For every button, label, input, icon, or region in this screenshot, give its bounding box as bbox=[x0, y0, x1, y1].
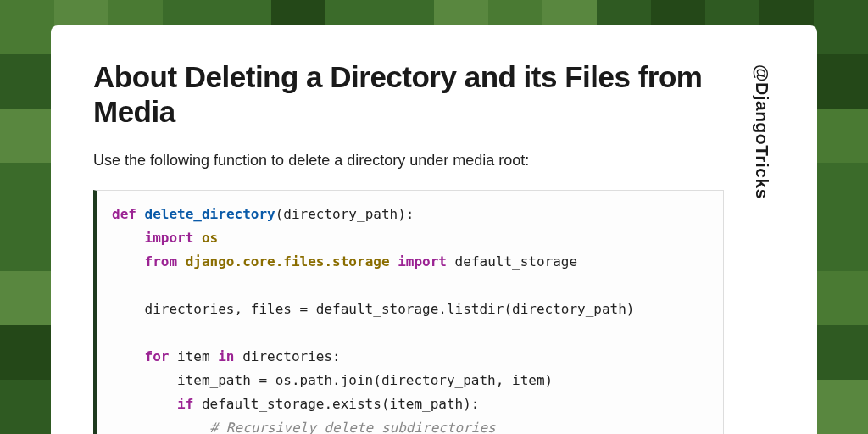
code-keyword: import bbox=[145, 230, 194, 246]
code-text: directories, files = default_storage.lis… bbox=[112, 301, 635, 317]
code-text: directories: bbox=[235, 348, 341, 364]
author-handle: @DjangoTricks bbox=[752, 64, 772, 199]
code-text: (directory_path): bbox=[275, 206, 415, 222]
code-module: django.core.files.storage bbox=[186, 253, 390, 270]
code-keyword: if bbox=[177, 396, 193, 412]
code-text: item_path = os.path.join(directory_path,… bbox=[112, 372, 553, 388]
sidebar: @DjangoTricks bbox=[749, 59, 775, 434]
code-fn-name: delete_directory bbox=[145, 206, 275, 222]
code-keyword: def bbox=[112, 206, 136, 222]
code-keyword: in bbox=[218, 348, 234, 364]
code-keyword: for bbox=[145, 348, 170, 364]
code-keyword: import bbox=[398, 253, 447, 270]
code-text: default_storage.exists(item_path): bbox=[193, 396, 479, 412]
code-keyword: from bbox=[145, 253, 178, 270]
code-block: def delete_directory(directory_path): im… bbox=[93, 190, 724, 434]
code-text: item bbox=[169, 348, 218, 364]
page-title: About Deleting a Directory and its Files… bbox=[93, 59, 724, 130]
code-module: os bbox=[202, 230, 218, 246]
content-card: About Deleting a Directory and its Files… bbox=[51, 25, 817, 434]
code-text: default_storage bbox=[455, 253, 578, 270]
main-column: About Deleting a Directory and its Files… bbox=[93, 59, 724, 434]
code-comment: # Recursively delete subdirectories bbox=[112, 420, 496, 434]
intro-text: Use the following function to delete a d… bbox=[93, 150, 724, 171]
